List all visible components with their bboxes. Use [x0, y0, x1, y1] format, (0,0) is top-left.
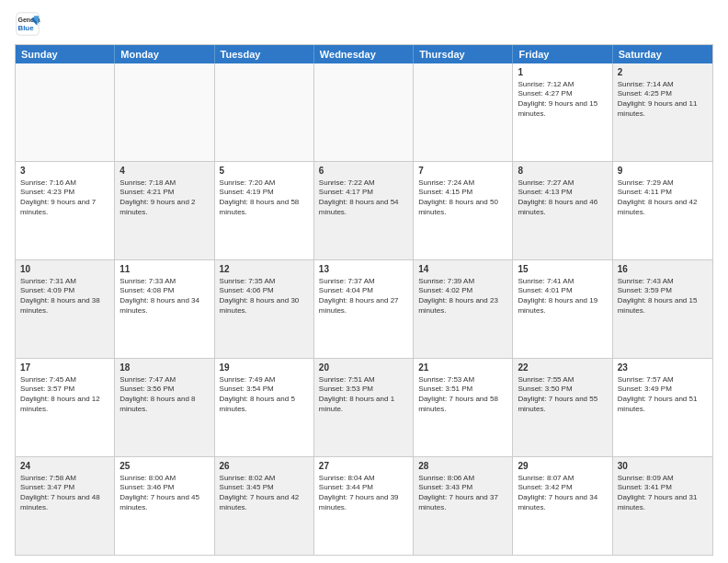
day-number-11: 11: [119, 263, 209, 276]
calendar-cell-4: 4Sunrise: 7:18 AM Sunset: 4:21 PM Daylig…: [115, 162, 214, 259]
calendar-cell-10: 10Sunrise: 7:31 AM Sunset: 4:09 PM Dayli…: [16, 260, 115, 358]
calendar-cell-23: 23Sunrise: 7:57 AM Sunset: 3:49 PM Dayli…: [613, 359, 712, 456]
weekday-header-saturday: Saturday: [613, 45, 712, 63]
weekday-header-tuesday: Tuesday: [215, 45, 314, 63]
header: General Blue: [15, 11, 713, 37]
day-number-14: 14: [418, 263, 507, 276]
day-info-6: Sunrise: 7:22 AM Sunset: 4:17 PM Dayligh…: [319, 178, 408, 218]
day-number-2: 2: [618, 66, 708, 79]
day-number-29: 29: [518, 460, 607, 473]
day-number-23: 23: [618, 362, 708, 374]
day-number-6: 6: [319, 165, 408, 178]
day-number-13: 13: [319, 263, 408, 276]
day-info-18: Sunrise: 7:47 AM Sunset: 3:56 PM Dayligh…: [119, 375, 209, 415]
calendar-cell-empty-0-0: [16, 63, 115, 161]
page: General Blue SundayMondayTuesdayWednesda…: [0, 0, 728, 563]
calendar-cell-20: 20Sunrise: 7:51 AM Sunset: 3:53 PM Dayli…: [314, 359, 414, 456]
calendar-cell-7: 7Sunrise: 7:24 AM Sunset: 4:15 PM Daylig…: [414, 162, 513, 259]
day-info-7: Sunrise: 7:24 AM Sunset: 4:15 PM Dayligh…: [418, 178, 507, 218]
calendar-cell-14: 14Sunrise: 7:39 AM Sunset: 4:02 PM Dayli…: [414, 260, 513, 358]
day-number-12: 12: [220, 263, 309, 276]
calendar-cell-17: 17Sunrise: 7:45 AM Sunset: 3:57 PM Dayli…: [16, 359, 115, 456]
calendar-cell-18: 18Sunrise: 7:47 AM Sunset: 3:56 PM Dayli…: [115, 359, 214, 456]
day-info-13: Sunrise: 7:37 AM Sunset: 4:04 PM Dayligh…: [319, 277, 408, 316]
calendar: SundayMondayTuesdayWednesdayThursdayFrid…: [15, 44, 713, 556]
logo-icon: General Blue: [15, 11, 40, 37]
day-number-1: 1: [518, 66, 607, 79]
day-info-8: Sunrise: 7:27 AM Sunset: 4:13 PM Dayligh…: [518, 178, 607, 218]
calendar-cell-12: 12Sunrise: 7:35 AM Sunset: 4:06 PM Dayli…: [215, 260, 314, 358]
day-info-21: Sunrise: 7:53 AM Sunset: 3:51 PM Dayligh…: [418, 375, 507, 415]
weekday-header-thursday: Thursday: [414, 45, 513, 63]
day-info-11: Sunrise: 7:33 AM Sunset: 4:08 PM Dayligh…: [119, 277, 209, 316]
day-number-8: 8: [518, 165, 607, 178]
day-info-3: Sunrise: 7:16 AM Sunset: 4:23 PM Dayligh…: [20, 178, 109, 218]
day-number-19: 19: [220, 362, 309, 374]
weekday-header-sunday: Sunday: [16, 45, 115, 63]
day-info-28: Sunrise: 8:06 AM Sunset: 3:43 PM Dayligh…: [418, 474, 507, 513]
calendar-row-2: 10Sunrise: 7:31 AM Sunset: 4:09 PM Dayli…: [16, 259, 712, 358]
calendar-row-1: 3Sunrise: 7:16 AM Sunset: 4:23 PM Daylig…: [16, 161, 712, 259]
logo: General Blue: [15, 11, 44, 37]
day-number-27: 27: [319, 460, 408, 473]
calendar-cell-22: 22Sunrise: 7:55 AM Sunset: 3:50 PM Dayli…: [513, 359, 612, 456]
calendar-cell-8: 8Sunrise: 7:27 AM Sunset: 4:13 PM Daylig…: [513, 162, 612, 259]
weekday-header-monday: Monday: [115, 45, 214, 63]
day-number-15: 15: [518, 263, 607, 276]
day-info-23: Sunrise: 7:57 AM Sunset: 3:49 PM Dayligh…: [618, 375, 708, 415]
day-number-4: 4: [119, 165, 209, 178]
calendar-header: SundayMondayTuesdayWednesdayThursdayFrid…: [16, 45, 712, 63]
calendar-cell-28: 28Sunrise: 8:06 AM Sunset: 3:43 PM Dayli…: [414, 457, 513, 555]
day-info-25: Sunrise: 8:00 AM Sunset: 3:46 PM Dayligh…: [119, 474, 209, 513]
day-info-16: Sunrise: 7:43 AM Sunset: 3:59 PM Dayligh…: [618, 277, 708, 316]
calendar-cell-empty-0-2: [215, 63, 314, 161]
day-info-9: Sunrise: 7:29 AM Sunset: 4:11 PM Dayligh…: [618, 178, 708, 218]
day-number-28: 28: [418, 460, 507, 473]
calendar-cell-5: 5Sunrise: 7:20 AM Sunset: 4:19 PM Daylig…: [215, 162, 314, 259]
calendar-cell-11: 11Sunrise: 7:33 AM Sunset: 4:08 PM Dayli…: [115, 260, 214, 358]
calendar-body: 1Sunrise: 7:12 AM Sunset: 4:27 PM Daylig…: [16, 63, 712, 555]
day-number-22: 22: [518, 362, 607, 374]
day-number-16: 16: [618, 263, 708, 276]
day-info-19: Sunrise: 7:49 AM Sunset: 3:54 PM Dayligh…: [220, 375, 309, 415]
day-number-18: 18: [119, 362, 209, 374]
day-number-21: 21: [418, 362, 507, 374]
calendar-cell-6: 6Sunrise: 7:22 AM Sunset: 4:17 PM Daylig…: [314, 162, 414, 259]
weekday-header-wednesday: Wednesday: [314, 45, 414, 63]
day-info-15: Sunrise: 7:41 AM Sunset: 4:01 PM Dayligh…: [518, 277, 607, 316]
calendar-cell-empty-0-1: [115, 63, 214, 161]
day-number-5: 5: [220, 165, 309, 178]
calendar-cell-1: 1Sunrise: 7:12 AM Sunset: 4:27 PM Daylig…: [513, 63, 612, 161]
calendar-cell-29: 29Sunrise: 8:07 AM Sunset: 3:42 PM Dayli…: [513, 457, 612, 555]
day-info-12: Sunrise: 7:35 AM Sunset: 4:06 PM Dayligh…: [220, 277, 309, 316]
day-number-24: 24: [20, 460, 109, 473]
day-number-7: 7: [418, 165, 507, 178]
day-info-26: Sunrise: 8:02 AM Sunset: 3:45 PM Dayligh…: [220, 474, 309, 513]
day-info-14: Sunrise: 7:39 AM Sunset: 4:02 PM Dayligh…: [418, 277, 507, 316]
day-info-17: Sunrise: 7:45 AM Sunset: 3:57 PM Dayligh…: [20, 375, 109, 415]
day-number-3: 3: [20, 165, 109, 178]
calendar-cell-13: 13Sunrise: 7:37 AM Sunset: 4:04 PM Dayli…: [314, 260, 414, 358]
calendar-cell-27: 27Sunrise: 8:04 AM Sunset: 3:44 PM Dayli…: [314, 457, 414, 555]
calendar-cell-16: 16Sunrise: 7:43 AM Sunset: 3:59 PM Dayli…: [613, 260, 712, 358]
calendar-row-3: 17Sunrise: 7:45 AM Sunset: 3:57 PM Dayli…: [16, 358, 712, 456]
day-number-9: 9: [618, 165, 708, 178]
day-info-10: Sunrise: 7:31 AM Sunset: 4:09 PM Dayligh…: [20, 277, 109, 316]
calendar-cell-19: 19Sunrise: 7:49 AM Sunset: 3:54 PM Dayli…: [215, 359, 314, 456]
calendar-cell-26: 26Sunrise: 8:02 AM Sunset: 3:45 PM Dayli…: [215, 457, 314, 555]
day-info-5: Sunrise: 7:20 AM Sunset: 4:19 PM Dayligh…: [220, 178, 309, 218]
calendar-cell-21: 21Sunrise: 7:53 AM Sunset: 3:51 PM Dayli…: [414, 359, 513, 456]
calendar-row-4: 24Sunrise: 7:58 AM Sunset: 3:47 PM Dayli…: [16, 456, 712, 555]
calendar-cell-15: 15Sunrise: 7:41 AM Sunset: 4:01 PM Dayli…: [513, 260, 612, 358]
day-info-1: Sunrise: 7:12 AM Sunset: 4:27 PM Dayligh…: [518, 80, 607, 120]
day-info-29: Sunrise: 8:07 AM Sunset: 3:42 PM Dayligh…: [518, 474, 607, 513]
day-info-27: Sunrise: 8:04 AM Sunset: 3:44 PM Dayligh…: [319, 474, 408, 513]
day-number-26: 26: [220, 460, 309, 473]
day-info-4: Sunrise: 7:18 AM Sunset: 4:21 PM Dayligh…: [119, 178, 209, 218]
calendar-cell-9: 9Sunrise: 7:29 AM Sunset: 4:11 PM Daylig…: [613, 162, 712, 259]
calendar-row-0: 1Sunrise: 7:12 AM Sunset: 4:27 PM Daylig…: [16, 63, 712, 161]
calendar-cell-24: 24Sunrise: 7:58 AM Sunset: 3:47 PM Dayli…: [16, 457, 115, 555]
calendar-cell-30: 30Sunrise: 8:09 AM Sunset: 3:41 PM Dayli…: [613, 457, 712, 555]
day-info-22: Sunrise: 7:55 AM Sunset: 3:50 PM Dayligh…: [518, 375, 607, 415]
day-number-30: 30: [618, 460, 708, 473]
